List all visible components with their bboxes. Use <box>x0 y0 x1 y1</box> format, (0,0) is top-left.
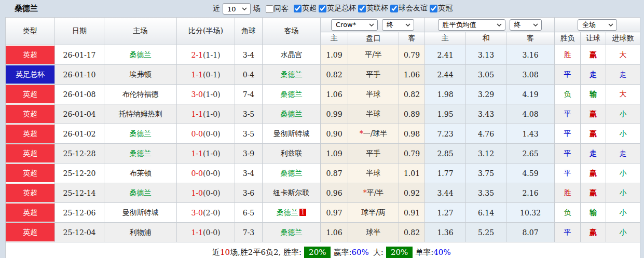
col-header-score: 比分(半场) <box>177 18 235 45</box>
europe-odds-select[interactable]: 胜平负均值 <box>438 19 505 31</box>
away-team-name[interactable]: 桑德兰 <box>281 169 303 177</box>
away-team-cell[interactable]: 桑德兰 <box>263 164 321 183</box>
recent-count-select[interactable]: 10 <box>223 3 251 15</box>
match-date: 26-01-04 <box>55 104 104 124</box>
same-away-filter[interactable]: 同客 <box>266 4 289 13</box>
away-team-cell[interactable]: 桑德兰 <box>263 85 321 104</box>
away-team-cell[interactable]: 曼彻斯特城 <box>263 124 321 144</box>
eu-period-select[interactable]: 终 <box>510 19 542 31</box>
home-team-cell[interactable]: 桑德兰 <box>104 144 177 164</box>
col-header-date: 日期 <box>55 18 104 45</box>
league-checkbox[interactable] <box>430 5 437 12</box>
ah-handicap: 平手 <box>348 144 399 164</box>
home-team-name[interactable]: 布莱顿 <box>130 169 152 177</box>
away-team-cell[interactable]: 桑德兰 <box>263 104 321 124</box>
league-checkbox[interactable] <box>294 5 302 12</box>
league-filter[interactable]: 英联杯 <box>358 4 388 13</box>
league-checkbox[interactable] <box>319 5 326 12</box>
ah-away-odds: 0.91 <box>399 203 425 223</box>
eu-home-odds: 1.77 <box>425 164 466 183</box>
league-filter[interactable]: 英超 <box>294 4 317 13</box>
table-row: 英超 25-12-28 桑德兰 1-1(1-0) 3-9 利兹联 1.09 平手… <box>6 144 640 164</box>
away-team-name[interactable]: 水晶宫 <box>281 50 303 59</box>
corner-cell: 3-4 <box>235 45 263 65</box>
same-away-checkbox[interactable] <box>266 5 273 13</box>
home-team-name[interactable]: 桑德兰 <box>130 50 152 59</box>
away-team-name[interactable]: 桑德兰 <box>277 208 298 216</box>
home-team-name[interactable]: 埃弗顿 <box>130 70 152 78</box>
home-team-name[interactable]: 桑德兰 <box>130 188 152 197</box>
home-team-cell[interactable]: 曼彻斯特城 <box>104 203 177 223</box>
ah-home-odds: 0.90 <box>321 124 348 144</box>
col-header-ah-home: 主 <box>321 32 348 45</box>
away-team-name[interactable]: 桑德兰 <box>281 228 303 236</box>
home-team-name[interactable]: 桑德兰 <box>130 149 152 157</box>
bookmaker-select[interactable]: Crow* <box>331 19 378 31</box>
score-cell: 3-0(1-0) <box>177 85 235 104</box>
eu-draw-odds: 3.05 <box>466 65 506 85</box>
ah-home-odds: 0.82 <box>321 65 348 85</box>
home-team-name[interactable]: 桑德兰 <box>130 129 152 138</box>
home-team-cell[interactable]: 桑德兰 <box>104 183 177 203</box>
away-team-cell[interactable]: 利兹联 <box>263 144 321 164</box>
eu-home-odds: 1.98 <box>425 85 466 104</box>
period-scope-select[interactable]: 全场 <box>578 19 617 31</box>
home-team-name[interactable]: 曼彻斯特城 <box>122 208 159 216</box>
big-rate-label: 大: <box>373 248 383 257</box>
home-team-name[interactable]: 布伦特福德 <box>122 90 159 98</box>
league-label: 球会友谊 <box>399 4 428 13</box>
ah-period-select[interactable]: 终 <box>382 19 414 31</box>
away-team-name[interactable]: 曼彻斯特城 <box>273 129 310 138</box>
score-cell: 1-1(0-0) <box>177 223 235 242</box>
eu-away-odds: 1.43 <box>506 124 555 144</box>
home-team-cell[interactable]: 布伦特福德 <box>104 85 177 104</box>
away-team-name[interactable]: 桑德兰 <box>281 110 303 118</box>
eu-draw-odds: 3.35 <box>466 183 506 203</box>
match-date: 26-01-08 <box>55 85 104 104</box>
away-team-cell[interactable]: 桑德兰1 <box>263 203 321 223</box>
match-result: 胜 <box>555 45 581 65</box>
full-time-score: 1-1 <box>191 110 203 118</box>
away-team-name[interactable]: 纽卡斯尔联 <box>273 188 310 197</box>
match-type-badge: 英超 <box>6 46 54 64</box>
league-filter[interactable]: 球会友谊 <box>390 4 428 13</box>
handicap-star: * <box>363 188 367 197</box>
match-type-badge: 英超 <box>6 223 54 241</box>
away-team-cell[interactable]: 纽卡斯尔联 <box>263 183 321 203</box>
away-team-name[interactable]: 利兹联 <box>281 149 303 157</box>
away-team-name[interactable]: 桑德兰 <box>281 70 303 78</box>
col-header-ah-away: 客 <box>399 32 425 45</box>
goals-result: 小 <box>606 104 640 124</box>
away-team-cell[interactable]: 桑德兰 <box>263 223 321 242</box>
col-header-result: 胜负 <box>555 32 581 45</box>
home-team-cell[interactable]: 利物浦 <box>104 223 177 242</box>
league-filters: 英超 英足总杯 英联杯 球会友谊 英冠 <box>292 4 453 14</box>
away-team-cell[interactable]: 水晶宫 <box>263 45 321 65</box>
eu-away-odds: 10.32 <box>506 203 555 223</box>
ah-home-odds: 1.09 <box>321 144 348 164</box>
away-team-cell[interactable]: 桑德兰 <box>263 65 321 85</box>
eu-draw-odds: 5.25 <box>466 223 506 242</box>
home-team-name[interactable]: 托特纳姆热刺 <box>119 110 162 118</box>
single-rate-value: 40% <box>433 248 450 257</box>
red-card-badge: 1 <box>299 209 307 216</box>
corner-cell: 3-5 <box>235 104 263 124</box>
table-row: 英超 26-01-02 桑德兰 0-0(0-0) 3-5 曼彻斯特城 0.90 … <box>6 124 640 144</box>
league-filter[interactable]: 英冠 <box>430 4 453 13</box>
league-checkbox[interactable] <box>390 5 398 12</box>
league-filter[interactable]: 英足总杯 <box>319 4 356 13</box>
half-time-score: (0-0) <box>203 228 220 237</box>
home-team-cell[interactable]: 布莱顿 <box>104 164 177 183</box>
league-checkbox[interactable] <box>358 5 366 12</box>
away-team-name[interactable]: 桑德兰 <box>281 90 303 98</box>
home-team-cell[interactable]: 埃弗顿 <box>104 65 177 85</box>
ah-home-odds: 0.87 <box>321 164 348 183</box>
goals-result: 大 <box>606 85 640 104</box>
home-team-name[interactable]: 利物浦 <box>130 228 152 236</box>
matches-table: 类型 日期 主场 比分(半场) 角球 客场 Crow* 终 <box>5 17 640 258</box>
home-team-cell[interactable]: 桑德兰 <box>104 45 177 65</box>
home-team-cell[interactable]: 托特纳姆热刺 <box>104 104 177 124</box>
home-team-cell[interactable]: 桑德兰 <box>104 124 177 144</box>
result-group-header: 全场 <box>555 18 640 32</box>
big-rate-badge: 20% <box>386 247 413 258</box>
